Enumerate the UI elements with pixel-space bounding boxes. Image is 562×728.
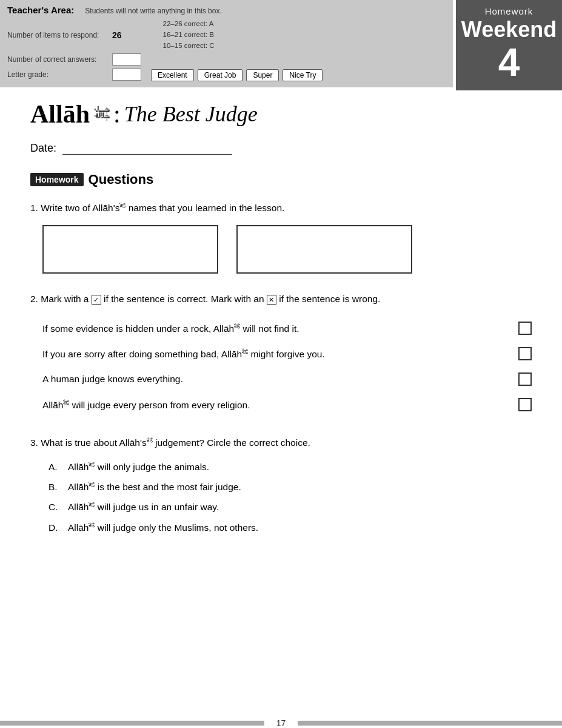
lesson-subtitle: The Best Judge	[124, 101, 258, 127]
question-3-text: 3. What is true about Allāh'sﷻ judgement…	[30, 436, 532, 450]
choice-d: D. Allāhﷻ will judge only the Muslims, n…	[49, 521, 532, 534]
choice-c-text: Allāhﷻ will judge us in an unfair way.	[68, 500, 219, 514]
sentence-row-2: If you are sorry after doing something b…	[42, 341, 532, 366]
answer-box-1[interactable]	[42, 225, 218, 274]
sentence-4-text: Allāhﷻ will judge every person from ever…	[42, 399, 250, 411]
teacher-area-label: Teacher's Area:	[7, 5, 74, 15]
items-count: 26	[112, 30, 122, 40]
q2-number: 2.	[30, 294, 38, 304]
letter-grade-box[interactable]	[112, 69, 141, 81]
score-info: 22–26 correct: A 16–21 correct: B 10–15 …	[163, 19, 215, 51]
choice-c: C. Allāhﷻ will judge us in an unfair way…	[49, 500, 532, 514]
hw-title: Weekend	[461, 18, 557, 42]
allah-text: Allāh	[30, 99, 90, 129]
correct-answers-label: Number of correct answers:	[7, 55, 107, 64]
teacher-area-subtitle: Students will not write anything in this…	[85, 7, 221, 15]
sentence-row-4: Allāhﷻ will judge every person from ever…	[42, 392, 532, 417]
footer-bar-right	[298, 721, 562, 726]
sentence-list: If some evidence is hidden under a rock,…	[42, 315, 532, 417]
question-2: 2. Mark with a ✓ if the sentence is corr…	[30, 292, 532, 417]
title-colon: :	[113, 99, 121, 129]
sentence-4-checkbox[interactable]	[518, 398, 532, 411]
hw-questions-title: Questions	[89, 172, 154, 187]
sentence-3-text: A human judge knows everything.	[42, 374, 183, 385]
items-label: Number of items to respond:	[7, 31, 107, 39]
nice-try-button[interactable]: Nice Try	[283, 69, 323, 81]
answer-boxes	[42, 225, 520, 274]
hw-questions-header: Homework Questions	[30, 172, 532, 187]
q3-number: 3.	[30, 437, 38, 448]
choice-b-letter: B.	[49, 480, 61, 494]
sentence-2-text: If you are sorry after doing something b…	[42, 348, 325, 360]
checkmark-icon: ✓	[92, 295, 101, 305]
sentence-row-3: A human judge knows everything.	[42, 366, 532, 392]
excellent-button[interactable]: Excellent	[151, 69, 194, 81]
allah-arabic: ﷻ	[93, 105, 110, 124]
sentence-3-checkbox[interactable]	[518, 372, 532, 386]
choice-a-letter: A.	[49, 460, 61, 474]
page-footer: 17	[0, 718, 562, 728]
correct-answers-box[interactable]	[112, 53, 141, 66]
date-label: Date:	[30, 142, 56, 155]
page-number: 17	[264, 718, 298, 728]
question-2-text: 2. Mark with a ✓ if the sentence is corr…	[30, 292, 532, 306]
lesson-title: Allāh ﷻ : The Best Judge	[30, 99, 532, 129]
sentence-1-text: If some evidence is hidden under a rock,…	[42, 323, 299, 334]
date-row: Date:	[30, 142, 532, 155]
answer-box-2[interactable]	[236, 225, 412, 274]
question-3: 3. What is true about Allāh'sﷻ judgement…	[30, 436, 532, 534]
homework-corner: Homework Weekend 4	[456, 0, 562, 90]
sentence-row-1: If some evidence is hidden under a rock,…	[42, 315, 532, 341]
letter-grade-label: Letter grade:	[7, 70, 107, 79]
sentence-1-checkbox[interactable]	[518, 322, 532, 335]
choice-d-letter: D.	[49, 521, 61, 534]
choice-list: A. Allāhﷻ will only judge the animals. B…	[49, 460, 532, 535]
hw-label: Homework	[485, 6, 534, 16]
sentence-2-checkbox[interactable]	[518, 347, 532, 360]
choice-a: A. Allāhﷻ will only judge the animals.	[49, 460, 532, 474]
great-job-button[interactable]: Great Job	[198, 69, 243, 81]
super-button[interactable]: Super	[246, 69, 279, 81]
choice-b: B. Allāhﷻ is the best and the most fair …	[49, 480, 532, 494]
choice-b-text: Allāhﷻ is the best and the most fair jud…	[68, 480, 241, 494]
choice-c-letter: C.	[49, 500, 61, 514]
question-1-text: 1. Write two of Allāh'sﷻ names that you …	[30, 201, 532, 215]
date-line[interactable]	[62, 143, 232, 155]
hw-number: 4	[498, 43, 520, 82]
footer-bar-left	[0, 721, 264, 726]
q1-number: 1.	[30, 203, 38, 214]
question-1: 1. Write two of Allāh'sﷻ names that you …	[30, 201, 532, 273]
x-icon: ✕	[267, 295, 276, 305]
hw-badge: Homework	[30, 173, 84, 186]
choice-a-text: Allāhﷻ will only judge the animals.	[68, 460, 209, 474]
choice-d-text: Allāhﷻ will judge only the Muslims, not …	[68, 521, 258, 534]
